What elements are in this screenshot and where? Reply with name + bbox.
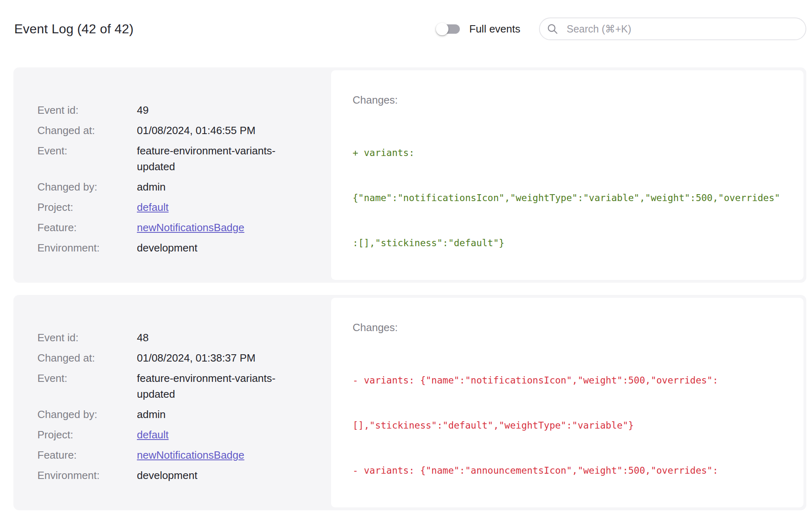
meta-label: Environment: [37,468,137,483]
meta-label: Feature: [37,447,137,463]
meta-label: Changed at: [37,350,137,366]
meta-value: development [137,240,284,256]
diff-line: {"name":"notificationsIcon","weightType"… [353,191,787,206]
meta-row-event-id: Event id: 49 [37,102,331,118]
search-icon [547,23,559,35]
meta-row-event-id: Event id: 48 [37,330,331,346]
meta-row-changed-by: Changed by: admin [37,179,331,195]
meta-value: admin [137,179,284,195]
meta-value: feature-environment-variants-updated [137,143,284,175]
search-input[interactable] [567,23,797,35]
meta-value: 48 [137,330,284,346]
event-changes-panel: Changes: - variants: {"name":"notificati… [331,298,803,507]
meta-label: Environment: [37,240,137,256]
event-card: Event id: 49 Changed at: 01/08/2024, 01:… [13,67,806,283]
meta-value: 49 [137,102,284,118]
meta-row-event-type: Event: feature-environment-variants-upda… [37,370,331,402]
meta-row-project: Project: default [37,199,331,215]
meta-row-changed-by: Changed by: admin [37,407,331,422]
meta-row-environment: Environment: development [37,240,331,256]
diff-added: + variants: {"name":"notificationsIcon",… [353,115,787,280]
meta-label: Event: [37,143,137,175]
meta-row-feature: Feature: newNotificationsBadge [37,447,331,463]
event-metadata: Event id: 49 Changed at: 01/08/2024, 01:… [13,67,331,283]
page-header: Event Log (42 of 42) Full events [0,0,812,41]
meta-row-environment: Environment: development [37,468,331,483]
diff-line: + variants: [353,145,787,160]
meta-label: Changed by: [37,407,137,422]
project-link[interactable]: default [137,201,169,213]
full-events-toggle-label: Full events [469,23,520,35]
meta-label: Changed at: [37,123,137,139]
feature-link[interactable]: newNotificationsBadge [137,449,245,461]
meta-label: Changed by: [37,179,137,195]
changes-label: Changes: [353,92,787,108]
event-metadata: Event id: 48 Changed at: 01/08/2024, 01:… [13,295,331,510]
meta-value: 01/08/2024, 01:46:55 PM [137,123,284,139]
event-changes-panel: Changes: + variants: {"name":"notificati… [331,70,803,280]
header-controls: Full events [436,17,806,40]
feature-link[interactable]: newNotificationsBadge [137,221,245,234]
diff-line: - variants: {"name":"notificationsIcon",… [353,373,787,388]
meta-row-changed-at: Changed at: 01/08/2024, 01:38:37 PM [37,350,331,366]
full-events-toggle[interactable] [436,22,460,36]
meta-label: Feature: [37,220,137,236]
meta-label: Event id: [37,330,137,346]
meta-value: feature-environment-variants-updated [137,370,284,402]
meta-label: Event: [37,370,137,402]
project-link[interactable]: default [137,429,169,441]
event-log-list: Event id: 49 Changed at: 01/08/2024, 01:… [13,67,806,510]
changes-label: Changes: [353,320,787,336]
meta-value: 01/08/2024, 01:38:37 PM [137,350,284,366]
diff-removed: - variants: {"name":"notificationsIcon",… [353,343,787,507]
meta-value: admin [137,407,284,422]
meta-label: Event id: [37,102,137,118]
event-card: Event id: 48 Changed at: 01/08/2024, 01:… [13,295,806,510]
page-title: Event Log (42 of 42) [14,20,134,38]
meta-row-event-type: Event: feature-environment-variants-upda… [37,143,331,175]
diff-line: - variants: {"name":"announcementsIcon",… [353,463,787,478]
meta-label: Project: [37,199,137,215]
search-box[interactable] [539,17,806,40]
meta-label: Project: [37,427,137,443]
diff-line: :[],"stickiness":"default"} [353,236,787,251]
diff-line: [],"stickiness":"default","weightType":"… [353,418,787,433]
meta-value: development [137,468,284,483]
meta-row-feature: Feature: newNotificationsBadge [37,220,331,236]
meta-row-changed-at: Changed at: 01/08/2024, 01:46:55 PM [37,123,331,139]
meta-row-project: Project: default [37,427,331,443]
